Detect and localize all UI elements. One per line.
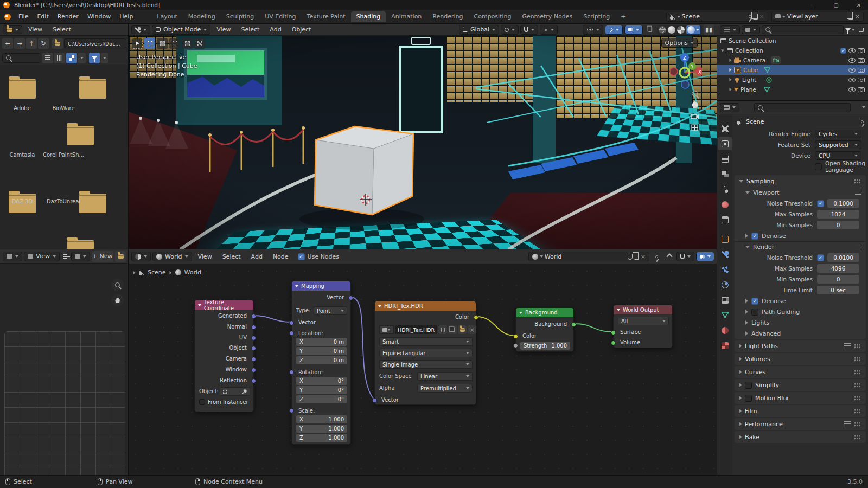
properties-options-dropdown[interactable] bbox=[862, 106, 865, 108]
add-workspace-button[interactable]: + bbox=[615, 11, 631, 22]
select-box-tool-button[interactable] bbox=[144, 38, 155, 49]
panel-simplify[interactable]: Simplify bbox=[735, 379, 866, 391]
disable-render-icon[interactable] bbox=[858, 68, 865, 73]
advanced-row[interactable]: Advanced bbox=[735, 328, 866, 339]
tab-modifiers[interactable] bbox=[718, 248, 732, 261]
simplify-checkbox[interactable] bbox=[745, 382, 752, 389]
denoise-checkbox[interactable] bbox=[751, 233, 758, 240]
socket-vector-out[interactable] bbox=[251, 314, 256, 319]
file-search-input[interactable] bbox=[2, 53, 41, 63]
tab-modeling[interactable]: Modeling bbox=[183, 11, 221, 22]
socket-shader-out[interactable] bbox=[571, 322, 576, 327]
socket-vector-out[interactable] bbox=[251, 357, 256, 362]
outliner-row-light[interactable]: Light bbox=[717, 75, 868, 85]
node-world-output[interactable]: World Output All Surface Volume bbox=[613, 305, 673, 348]
zoom-icon[interactable] bbox=[692, 91, 698, 97]
socket-scale-in[interactable] bbox=[289, 408, 294, 413]
denoise-checkbox[interactable] bbox=[751, 298, 758, 305]
ortho-grid-icon[interactable] bbox=[691, 124, 698, 131]
snapping-dropdown[interactable] bbox=[520, 25, 538, 35]
socket-color-in[interactable] bbox=[513, 334, 518, 339]
disable-render-icon[interactable] bbox=[858, 78, 865, 82]
open-image-button[interactable] bbox=[115, 251, 126, 262]
collection-checkbox[interactable] bbox=[840, 48, 846, 54]
folder-item[interactable] bbox=[79, 79, 106, 99]
viewport-menu-select[interactable]: Select bbox=[237, 24, 264, 35]
folder-label[interactable]: Corel PaintSh... bbox=[41, 152, 86, 158]
tab-texture[interactable] bbox=[718, 339, 732, 352]
source-dropdown[interactable]: Single Image bbox=[379, 360, 473, 369]
tab-rendering[interactable]: Rendering bbox=[427, 11, 468, 22]
select-intersect-tool-button[interactable] bbox=[194, 38, 205, 49]
sampling-header[interactable]: Sampling bbox=[735, 175, 866, 187]
editor-type-outliner[interactable] bbox=[720, 25, 740, 34]
socket-vector-out[interactable] bbox=[251, 325, 256, 330]
tab-geometry-nodes[interactable]: Geometry Nodes bbox=[516, 11, 578, 22]
unlink-icon[interactable]: × bbox=[760, 14, 764, 20]
collapse-icon[interactable] bbox=[617, 309, 620, 311]
camera-data-badge[interactable] bbox=[771, 56, 781, 64]
r-denoise-row[interactable]: Denoise bbox=[735, 296, 866, 306]
viewlayer-name[interactable]: ViewLayer bbox=[787, 13, 847, 20]
zoom-button[interactable] bbox=[111, 279, 124, 291]
outliner-row-plane[interactable]: Plane bbox=[717, 85, 868, 94]
tab-material[interactable] bbox=[718, 324, 732, 337]
minimize-button[interactable]: ─ bbox=[804, 0, 822, 10]
create-folder-button[interactable] bbox=[52, 38, 63, 49]
collapse-icon[interactable] bbox=[519, 312, 522, 314]
collapse-icon[interactable] bbox=[295, 285, 298, 287]
r-min-samples-field[interactable]: 0 bbox=[817, 275, 859, 284]
editor-type-properties[interactable] bbox=[720, 103, 739, 112]
socket-vector-out[interactable] bbox=[251, 346, 256, 351]
r-time-limit-field[interactable]: 0 sec bbox=[817, 286, 859, 294]
socket-rotation-in[interactable] bbox=[289, 370, 294, 375]
collapse-icon[interactable] bbox=[198, 304, 201, 306]
preset-list-icon[interactable] bbox=[855, 190, 861, 195]
location-y-value[interactable]: 0 m bbox=[334, 348, 344, 354]
mapping-dropdown[interactable]: Equirectangular bbox=[379, 349, 473, 357]
socket-vector-out[interactable] bbox=[251, 378, 256, 383]
viewport-canvas[interactable]: User Perspective (1) Collection | Cube R… bbox=[129, 36, 717, 249]
transform-orientation-dropdown[interactable]: Global bbox=[459, 25, 499, 35]
socket-vector-in[interactable] bbox=[289, 320, 294, 325]
tab-render[interactable] bbox=[718, 137, 732, 150]
pan-button[interactable] bbox=[111, 294, 124, 306]
collapse-icon[interactable] bbox=[378, 305, 381, 307]
socket-vector-out[interactable] bbox=[348, 296, 353, 300]
hide-eye-icon[interactable] bbox=[848, 58, 856, 63]
pan-hand-icon[interactable] bbox=[691, 101, 699, 108]
device-dropdown[interactable]: CPU bbox=[815, 151, 861, 160]
node-mapping[interactable]: Mapping Vector Type: Point Vector Locati… bbox=[291, 281, 351, 445]
properties-search-input[interactable] bbox=[754, 103, 851, 112]
rotation-y-value[interactable]: 0° bbox=[338, 387, 344, 393]
view-vertical-list-button[interactable] bbox=[42, 53, 53, 63]
node-texture-coordinate[interactable]: Texture Coordinate Generated Normal UV O… bbox=[194, 300, 254, 412]
scene-selector[interactable]: Scene × bbox=[666, 12, 768, 22]
show-gizmo-button[interactable] bbox=[605, 25, 623, 35]
folder-label[interactable]: DazToUnreal bbox=[41, 198, 86, 204]
view-horizontal-list-button[interactable] bbox=[54, 53, 65, 63]
panel-volumes[interactable]: Volumes bbox=[735, 353, 866, 365]
panel-light-paths[interactable]: Light Paths bbox=[735, 340, 866, 352]
close-button[interactable]: ✕ bbox=[850, 0, 868, 10]
menu-hamburger-icon[interactable] bbox=[63, 254, 67, 259]
copy-icon[interactable] bbox=[753, 14, 758, 20]
nav-back-button[interactable]: ← bbox=[2, 38, 13, 49]
show-object-types-dropdown[interactable] bbox=[583, 25, 603, 35]
socket-surface-in[interactable] bbox=[611, 330, 616, 335]
copy-icon[interactable] bbox=[848, 14, 853, 20]
type-dropdown[interactable]: Point bbox=[314, 306, 347, 315]
tab-animation[interactable]: Animation bbox=[386, 11, 427, 22]
navigation-gizmo[interactable]: Z Y X bbox=[667, 51, 702, 89]
outliner-row-scene-collection[interactable]: Scene Collection bbox=[717, 36, 868, 46]
expand-icon[interactable] bbox=[721, 49, 724, 52]
object-label[interactable]: Light bbox=[742, 76, 756, 83]
file-browser-menu-view[interactable]: View bbox=[24, 24, 47, 35]
scale-y-value[interactable]: 1.000 bbox=[328, 426, 344, 432]
socket-vector-out[interactable] bbox=[251, 368, 256, 373]
target-dropdown[interactable]: All bbox=[618, 317, 669, 325]
mode-dropdown[interactable]: Object Mode bbox=[152, 25, 210, 35]
tab-world[interactable] bbox=[718, 198, 732, 211]
image-datablock-dropdown[interactable] bbox=[379, 325, 394, 334]
tab-texture-paint[interactable]: Texture Paint bbox=[302, 11, 351, 22]
